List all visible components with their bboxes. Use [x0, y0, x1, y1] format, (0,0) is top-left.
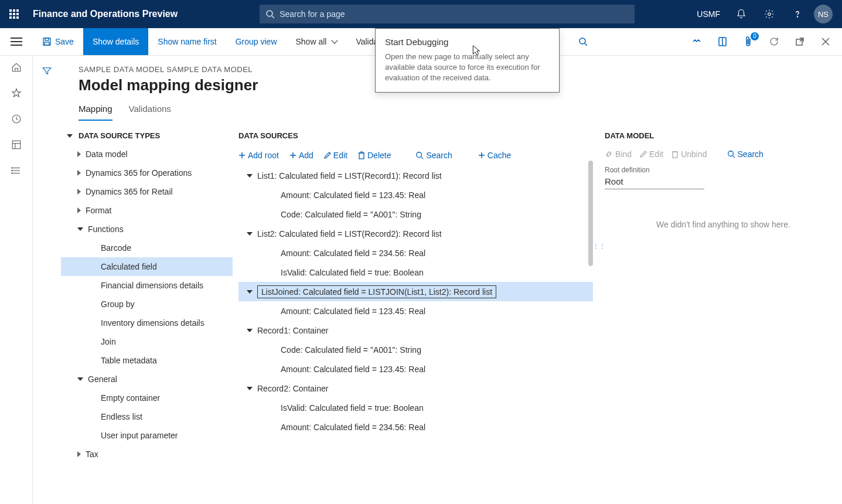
avatar[interactable]: NS	[814, 5, 833, 23]
ds-tree-item[interactable]: Record1: Container	[238, 321, 593, 340]
tree-label: Inventory dimensions details	[101, 318, 204, 328]
cache-button[interactable]: Cache	[478, 151, 511, 160]
ds-tree-item[interactable]: List2: Calculated field = LIST(Record2):…	[238, 224, 593, 243]
bind-button[interactable]: Bind	[605, 149, 632, 159]
search-input[interactable]: Search for a page	[260, 5, 635, 23]
collapse-icon[interactable]	[77, 227, 83, 231]
cmdbar-search-icon[interactable]	[569, 28, 597, 55]
scrollbar[interactable]	[588, 161, 593, 454]
hamburger-icon[interactable]	[0, 28, 33, 55]
topbar: Finance and Operations Preview Search fo…	[0, 0, 842, 28]
cursor-icon	[469, 45, 482, 57]
main-content: SAMPLE DATA MODEL SAMPLE DATA MODEL Mode…	[33, 56, 842, 504]
filter-icon[interactable]	[41, 65, 53, 77]
ds-tree-item[interactable]: Amount: Calculated field = 234.56: Real	[238, 417, 593, 437]
page-options-icon[interactable]	[711, 30, 734, 53]
tree-label: Functions	[88, 224, 124, 234]
ds-tree-item[interactable]: IsValid: Calculated field = true: Boolea…	[238, 398, 593, 417]
tree-item[interactable]: Format	[61, 201, 233, 220]
workspace-icon[interactable]	[11, 139, 22, 151]
svg-line-1	[272, 16, 274, 18]
clock-icon[interactable]	[11, 113, 22, 125]
tree-item[interactable]: Table metadata	[61, 351, 233, 370]
company-label[interactable]: USMF	[697, 9, 725, 19]
ds-tree-item[interactable]: ListJoined: Calculated field = LISTJOIN(…	[238, 282, 593, 301]
app-launcher-icon[interactable]	[0, 0, 28, 28]
personalize-icon[interactable]	[685, 30, 708, 53]
resize-grip-icon[interactable]: ⋮⋮	[593, 243, 606, 249]
attach-icon[interactable]: 0	[737, 30, 760, 53]
ds-tree-item[interactable]: Amount: Calculated field = 123.45: Real	[238, 359, 593, 379]
spacer	[269, 405, 276, 411]
collapse-icon[interactable]	[247, 290, 253, 294]
ds-tree-item[interactable]: IsValid: Calculated field = true: Boolea…	[238, 263, 593, 282]
delete-button[interactable]: Delete	[358, 151, 391, 160]
unbind-button[interactable]: Unbind	[671, 149, 707, 159]
tree-item[interactable]: Inventory dimensions details	[61, 314, 233, 332]
tree-item[interactable]: Calculated field	[61, 257, 233, 276]
show-name-first-button[interactable]: Show name first	[148, 28, 226, 55]
ds-tree-item[interactable]: Code: Calculated field = "A001": String	[238, 205, 593, 224]
tree-item[interactable]: General	[61, 370, 233, 389]
data-source-types-header[interactable]: DATA SOURCE TYPES	[61, 125, 233, 145]
ds-search-button[interactable]: Search	[415, 151, 452, 160]
app-title: Finance and Operations Preview	[28, 9, 178, 19]
spacer	[269, 250, 276, 256]
tree-item[interactable]: Endless list	[61, 407, 233, 426]
ds-tree-item[interactable]: Amount: Calculated field = 123.45: Real	[238, 301, 593, 321]
expand-icon[interactable]	[77, 189, 81, 195]
collapse-icon[interactable]	[247, 387, 253, 390]
help-icon[interactable]	[786, 2, 809, 26]
ds-tree-item[interactable]: Amount: Calculated field = 123.45: Real	[238, 185, 593, 205]
expand-icon[interactable]	[77, 451, 81, 457]
tree-label: General	[88, 374, 117, 384]
collapse-icon[interactable]	[77, 377, 83, 381]
add-button[interactable]: Add	[289, 151, 313, 160]
add-root-button[interactable]: Add root	[238, 151, 279, 160]
tree-item[interactable]: Dynamics 365 for Retail	[61, 182, 233, 201]
data-model-header: DATA MODEL	[605, 125, 842, 145]
tree-item[interactable]: Data model	[61, 145, 233, 164]
tree-item[interactable]: Functions	[61, 220, 233, 239]
show-details-button[interactable]: Show details	[83, 28, 148, 55]
ds-tree-item[interactable]: Amount: Calculated field = 234.56: Real	[238, 243, 593, 263]
spacer	[89, 339, 96, 345]
expand-icon[interactable]	[77, 151, 81, 157]
ds-tree-item[interactable]: Record2: Container	[238, 379, 593, 398]
tree-item[interactable]: Barcode	[61, 239, 233, 257]
popout-icon[interactable]	[788, 30, 812, 53]
star-icon[interactable]	[11, 87, 22, 99]
tree-item[interactable]: Join	[61, 332, 233, 351]
save-button[interactable]: Save	[33, 28, 83, 55]
collapse-icon[interactable]	[247, 232, 253, 236]
bell-icon[interactable]	[729, 2, 753, 26]
ds-tree-item[interactable]: Code: Calculated field = "A001": String	[238, 340, 593, 359]
collapse-icon[interactable]	[247, 174, 253, 178]
tab-mapping[interactable]: Mapping	[79, 104, 113, 121]
expand-icon[interactable]	[77, 207, 81, 213]
tree-item[interactable]: Financial dimensions details	[61, 276, 233, 295]
show-all-button[interactable]: Show all	[287, 28, 347, 55]
svg-point-0	[267, 11, 272, 16]
dm-search-button[interactable]: Search	[727, 149, 763, 159]
tree-item[interactable]: Dynamics 365 for Operations	[61, 164, 233, 182]
expand-icon[interactable]	[77, 170, 81, 176]
tree-item[interactable]: Empty container	[61, 389, 233, 407]
home-icon[interactable]	[11, 62, 22, 73]
tree-item[interactable]: Group by	[61, 295, 233, 314]
data-model-panel: ⋮⋮ DATA MODEL Bind Edit Unbind Search Ro…	[593, 125, 842, 464]
collapse-icon[interactable]	[247, 329, 253, 332]
modules-icon[interactable]	[11, 165, 22, 176]
dm-edit-button[interactable]: Edit	[640, 149, 663, 159]
svg-point-24	[11, 170, 12, 171]
edit-button[interactable]: Edit	[324, 151, 347, 160]
refresh-icon[interactable]	[762, 30, 786, 53]
root-definition-value[interactable]: Root	[605, 174, 704, 189]
group-view-button[interactable]: Group view	[226, 28, 287, 55]
tree-item[interactable]: Tax	[61, 445, 233, 464]
tree-item[interactable]: User input parameter	[61, 426, 233, 445]
gear-icon[interactable]	[758, 2, 781, 26]
ds-tree-item[interactable]: List1: Calculated field = LIST(Record1):…	[238, 166, 593, 185]
tab-validations[interactable]: Validations	[129, 104, 171, 121]
close-icon[interactable]	[814, 30, 837, 53]
